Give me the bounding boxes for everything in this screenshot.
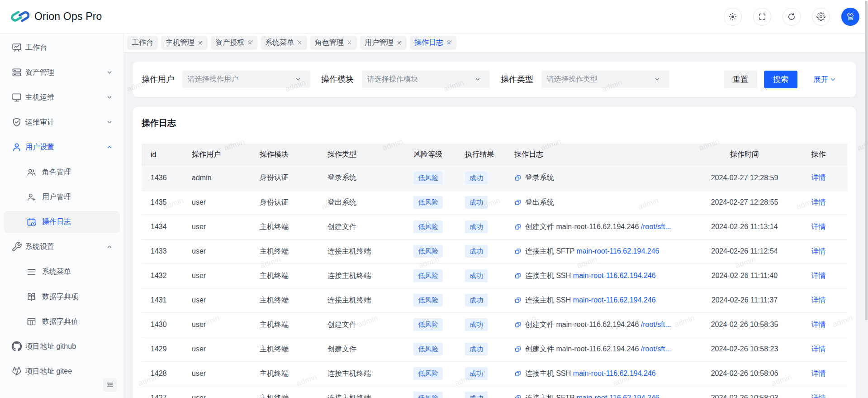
tab-bar: 工作台主机管理资产授权系统菜单角色管理用户管理操作日志 xyxy=(124,34,868,53)
cell-action: 详情 xyxy=(790,190,847,215)
copy-icon[interactable] xyxy=(514,345,522,353)
log-link[interactable]: /root/sft... xyxy=(641,321,671,328)
fullscreen-button[interactable] xyxy=(753,8,771,26)
detail-link[interactable]: 详情 xyxy=(811,394,826,398)
detail-link[interactable]: 详情 xyxy=(811,345,826,353)
sidebar-item-label: 工作台 xyxy=(25,43,113,53)
sidebar-subitem-5-1[interactable]: 数据字典项 xyxy=(4,286,120,307)
tab-close-icon[interactable] xyxy=(396,40,402,46)
sidebar-item-7[interactable]: 项目地址 gitee xyxy=(4,360,120,382)
sidebar-item-0[interactable]: 工作台 xyxy=(4,37,120,58)
copy-icon[interactable] xyxy=(514,370,522,377)
copy-icon[interactable] xyxy=(514,248,522,255)
reset-button[interactable]: 重置 xyxy=(724,71,757,88)
copy-icon[interactable] xyxy=(514,174,522,182)
sidebar-item-4[interactable]: 用户设置 xyxy=(4,136,120,158)
page-scrollbar-thumb[interactable] xyxy=(865,1,868,320)
cell-log: 创建文件 main-root-116.62.194.246 /root/sft.… xyxy=(505,337,699,361)
chevron-down-icon xyxy=(830,76,836,83)
grid-icon xyxy=(26,316,37,327)
sidebar-item-1[interactable]: 资产管理 xyxy=(4,62,120,83)
filter-select-0[interactable]: 请选择操作用户 xyxy=(182,71,310,88)
sidebar-item-5[interactable]: 系统设置 xyxy=(4,236,120,258)
detail-link[interactable]: 详情 xyxy=(811,198,826,206)
log-table-card: 操作日志 id操作用户操作模块操作类型风险等级执行结果操作日志操作时间操作 14… xyxy=(133,107,856,398)
user-avatar[interactable]: 管 xyxy=(841,8,859,26)
log-link[interactable]: /root/sft... xyxy=(641,345,671,353)
copy-icon[interactable] xyxy=(514,321,522,328)
sidebar-subitem-4-2[interactable]: 操作日志 xyxy=(4,211,120,233)
log-text-part: 连接主机 SFTP xyxy=(525,247,577,255)
refresh-icon xyxy=(787,12,796,21)
filter-select-1[interactable]: 请选择操作模块 xyxy=(362,71,490,88)
detail-link[interactable]: 详情 xyxy=(811,321,826,328)
filter-select-2[interactable]: 请选择操作类型 xyxy=(541,71,669,88)
tab-5[interactable]: 用户管理 xyxy=(360,36,407,50)
cell-risk: 低风险 xyxy=(404,361,456,386)
copy-icon[interactable] xyxy=(514,199,522,206)
column-header-0: id xyxy=(142,144,183,166)
sidebar-subitem-5-2[interactable]: 数据字典值 xyxy=(4,311,120,332)
log-link[interactable]: main-root-116.62.194.246 xyxy=(577,394,659,398)
tab-2[interactable]: 资产授权 xyxy=(211,36,257,50)
gitee-icon xyxy=(11,366,22,377)
sidebar-item-2[interactable]: 主机运维 xyxy=(4,86,120,108)
copy-icon[interactable] xyxy=(514,272,522,279)
tab-close-icon[interactable] xyxy=(346,40,352,46)
wrench-icon-svg xyxy=(11,241,22,252)
risk-badge: 低风险 xyxy=(413,269,443,282)
sidebar-subitem-5-0[interactable]: 系统菜单 xyxy=(4,261,120,283)
expand-toggle[interactable]: 展开 xyxy=(813,74,836,85)
cell-log: 登录系统 xyxy=(505,166,699,190)
detail-link[interactable]: 详情 xyxy=(811,272,826,279)
log-text-part: 连接主机 SFTP xyxy=(525,394,577,398)
log-link[interactable]: main-root-116.62.194.246 xyxy=(573,369,656,377)
sidebar-subitem-4-1[interactable]: 用户管理 xyxy=(4,186,120,208)
detail-link[interactable]: 详情 xyxy=(811,223,826,230)
log-link[interactable]: main-root-116.62.194.246 xyxy=(573,296,656,304)
log-link[interactable]: main-root-116.62.194.246 xyxy=(577,247,659,255)
risk-badge: 低风险 xyxy=(413,245,443,258)
sidebar-subitem-4-0[interactable]: 角色管理 xyxy=(4,161,120,183)
cell-time: 2024-02-26 10:58:23 xyxy=(699,337,790,361)
sun-icon xyxy=(728,12,738,22)
menu-icon-svg xyxy=(26,267,37,277)
cell-module: 主机终端 xyxy=(251,312,318,337)
log-link[interactable]: /root/sft... xyxy=(641,223,671,230)
settings-button[interactable] xyxy=(812,8,830,26)
copy-icon[interactable] xyxy=(514,297,522,304)
sidebar-item-3[interactable]: 运维审计 xyxy=(4,111,120,133)
theme-toggle-button[interactable] xyxy=(724,8,742,26)
detail-link[interactable]: 详情 xyxy=(811,369,826,377)
cell-user: user xyxy=(183,215,251,239)
chevron-down-icon xyxy=(106,69,113,76)
refresh-button[interactable] xyxy=(783,8,801,26)
tab-3[interactable]: 系统菜单 xyxy=(261,36,307,50)
cell-type: 创建文件 xyxy=(318,312,404,337)
tab-6[interactable]: 操作日志 xyxy=(410,36,456,50)
cell-result: 成功 xyxy=(456,337,505,361)
cell-id: 1435 xyxy=(142,190,183,215)
sidebar-item-label: 数据字典项 xyxy=(42,292,113,302)
log-link[interactable]: main-root-116.62.194.246 xyxy=(573,272,656,279)
sidebar-item-6[interactable]: 项目地址 github xyxy=(4,336,120,357)
tab-close-icon[interactable] xyxy=(197,40,203,46)
workbench-icon-svg xyxy=(11,42,22,53)
detail-link[interactable]: 详情 xyxy=(811,296,826,304)
tab-close-icon[interactable] xyxy=(297,40,303,46)
cell-log: 连接主机 SSH main-root-116.62.194.246 xyxy=(505,288,699,312)
copy-icon[interactable] xyxy=(514,394,522,398)
cell-action: 详情 xyxy=(790,239,847,264)
tab-1[interactable]: 主机管理 xyxy=(161,36,208,50)
copy-icon[interactable] xyxy=(514,223,522,230)
tab-0[interactable]: 工作台 xyxy=(127,36,158,50)
tab-4[interactable]: 角色管理 xyxy=(310,36,357,50)
cell-result: 成功 xyxy=(456,190,505,215)
cell-action: 详情 xyxy=(790,215,847,239)
sidebar-collapse-button[interactable] xyxy=(103,378,117,392)
tab-close-icon[interactable] xyxy=(247,40,253,46)
detail-link[interactable]: 详情 xyxy=(811,247,826,255)
search-button[interactable]: 搜索 xyxy=(764,71,797,88)
detail-link[interactable]: 详情 xyxy=(811,173,826,181)
tab-close-icon[interactable] xyxy=(446,40,452,46)
